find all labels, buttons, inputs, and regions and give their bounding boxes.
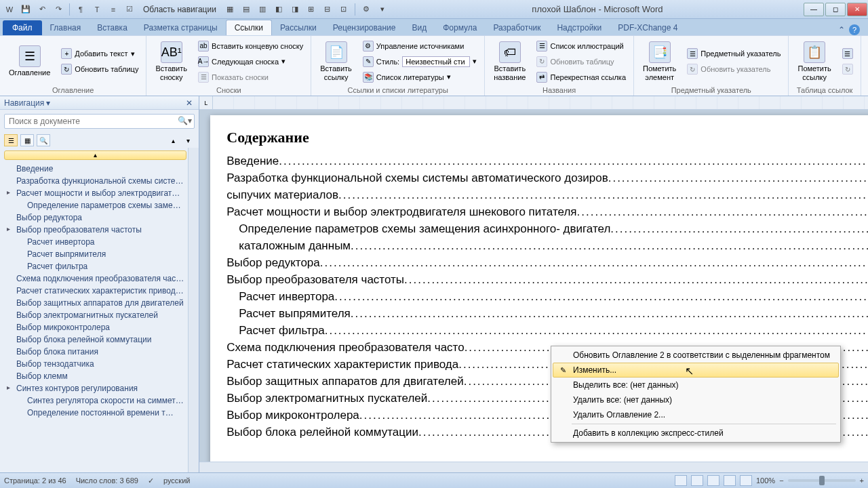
tree-item[interactable]: Выбор защитных аппаратов для двигателей [4, 297, 186, 309]
citation-style-dropdown[interactable]: ✎Стиль: Неизвестный сти ▾ [359, 54, 480, 69]
nav-view-pages[interactable]: ▦ [20, 134, 34, 146]
tab-Вставка[interactable]: Вставка [89, 20, 136, 35]
tree-item[interactable]: ▸Выбор преобразователя частоты [4, 224, 186, 236]
ctx-delete-all[interactable]: Удалить все: (нет данных) [553, 392, 839, 407]
file-tab[interactable]: Файл [3, 20, 42, 35]
tab-PDF-XChange 4[interactable]: PDF-XChange 4 [610, 20, 686, 35]
add-text-button[interactable]: +Добавить текст ▾ [58, 46, 142, 61]
redo-icon[interactable]: ↷ [52, 3, 65, 16]
qat-btn[interactable]: T [90, 3, 104, 16]
ctx-delete-style[interactable]: Удалить Оглавление 2... [553, 407, 839, 422]
nav-tree[interactable]: ▴ ВведениеРазработка функциональной схем… [0, 148, 188, 472]
insert-footnote-button[interactable]: AB¹ Вставить сноску [151, 39, 192, 83]
toa-btn[interactable]: ☰ [839, 46, 856, 61]
nav-scrollbar[interactable] [188, 148, 199, 472]
status-language[interactable]: русский [163, 476, 190, 485]
word-icon[interactable]: W [3, 3, 16, 16]
insert-caption-button[interactable]: 🏷 Вставить название [489, 39, 530, 83]
tree-item[interactable]: Выбор электромагнитных пускателей [4, 309, 186, 321]
toc-button[interactable]: ☰ Оглавление [4, 43, 55, 79]
tab-Главная[interactable]: Главная [42, 20, 90, 35]
qat-btn[interactable]: ▥ [256, 3, 269, 16]
tree-item[interactable]: Расчет статических характеристик привод… [4, 285, 186, 297]
tree-item[interactable]: Определение постоянной времени т… [4, 407, 186, 419]
figures-list-button[interactable]: ☰Список иллюстраций [533, 39, 629, 54]
help-icon[interactable]: ? [849, 24, 860, 35]
tree-item[interactable]: ▸Синтез контуров регулирования [4, 382, 186, 394]
horizontal-scrollbar[interactable] [199, 462, 868, 472]
qat-btn[interactable]: ¶ [74, 3, 87, 16]
view-outline[interactable] [724, 475, 736, 486]
zoom-in-icon[interactable]: + [860, 476, 864, 485]
insert-citation-button[interactable]: 📄 Вставить ссылку [315, 39, 357, 83]
tree-item[interactable]: Выбор клемм [4, 370, 186, 382]
ctx-modify-style[interactable]: ✎Изменить... [553, 363, 839, 378]
nav-pane-dropdown-icon[interactable]: ▾ [44, 98, 52, 108]
tree-item[interactable]: Выбор микроконтролера [4, 321, 186, 333]
qat-btn[interactable]: ⊡ [337, 3, 351, 16]
toa-update-btn[interactable]: ↻ [839, 62, 856, 77]
tab-Надстройки[interactable]: Надстройки [549, 20, 610, 35]
tree-item[interactable]: Синтез регулятора скорости на симмет… [4, 394, 186, 407]
ruler-corner[interactable]: L [199, 96, 213, 109]
qat-btn[interactable]: ⊟ [321, 3, 334, 16]
mark-citation-button[interactable]: 📋 Пометить ссылку [793, 39, 835, 83]
tree-item[interactable]: Разработка функциональной схемы систе… [4, 175, 186, 187]
zoom-slider[interactable] [788, 479, 856, 482]
tree-item[interactable]: Определение параметров схемы заме… [4, 199, 186, 211]
view-web[interactable] [707, 475, 719, 486]
mark-entry-button[interactable]: 📑 Пометить элемент [638, 39, 681, 83]
cross-reference-button[interactable]: ⇄Перекрестная ссылка [533, 70, 629, 85]
horizontal-ruler[interactable]: L [199, 96, 868, 110]
tree-item[interactable]: Расчет фильтра [4, 260, 186, 272]
tab-Разработчик[interactable]: Разработчик [485, 20, 549, 35]
tree-item[interactable]: Выбор тензодатчика [4, 358, 186, 370]
ctx-add-to-gallery[interactable]: Добавить в коллекцию экспресс-стилей [553, 426, 839, 441]
tab-Разметка страницы[interactable]: Разметка страницы [136, 20, 226, 35]
search-icon[interactable]: 🔍▾ [178, 116, 192, 125]
qat-checkbox[interactable]: ☑ [123, 3, 136, 16]
tree-item[interactable]: Схема подключения преобразователя час… [4, 272, 186, 285]
zoom-out-icon[interactable]: − [779, 476, 783, 485]
update-toc-button[interactable]: ↻Обновить таблицу [58, 62, 142, 77]
tab-Рецензирование[interactable]: Рецензирование [325, 20, 404, 35]
view-draft[interactable] [740, 475, 752, 486]
tree-item[interactable]: Выбор редуктора [4, 211, 186, 224]
minimize-button[interactable]: — [804, 3, 824, 16]
ctx-update-style[interactable]: Обновить Оглавление 2 в соответствии с в… [553, 348, 839, 363]
show-footnotes-button[interactable]: ☰Показать сноски [195, 70, 307, 85]
tree-item[interactable]: Расчет инвертора [4, 236, 186, 248]
qat-btn[interactable]: ⊞ [304, 3, 318, 16]
qat-dropdown-icon[interactable]: ▾ [376, 3, 389, 16]
status-word-count[interactable]: Число слов: 3 689 [76, 476, 138, 485]
update-index-button[interactable]: ↻Обновить указатель [684, 62, 784, 77]
nav-next-icon[interactable]: ▾ [181, 134, 195, 146]
insert-endnote-button[interactable]: abВставить концевую сноску [195, 39, 307, 54]
qat-btn[interactable]: ⚙ [359, 3, 373, 16]
qat-btn[interactable]: ▦ [223, 3, 237, 16]
nav-tree-collapse[interactable]: ▴ [4, 150, 186, 160]
manage-sources-button[interactable]: ⚙Управление источниками [359, 39, 480, 54]
nav-view-headings[interactable]: ☰ [4, 134, 18, 146]
status-zoom[interactable]: 100% [756, 476, 775, 485]
tree-item[interactable]: Выбор блока питания [4, 346, 186, 358]
tree-item[interactable]: Выбор блока релейной коммутации [4, 333, 186, 346]
close-button[interactable]: ✕ [847, 3, 867, 16]
next-footnote-button[interactable]: A→Следующая сноска ▾ [195, 54, 307, 69]
qat-btn[interactable]: ▤ [239, 3, 253, 16]
save-icon[interactable]: 💾 [19, 3, 33, 16]
maximize-button[interactable]: ◻ [825, 3, 846, 16]
nav-search-input[interactable] [4, 114, 195, 129]
tab-Рассылки[interactable]: Рассылки [272, 20, 325, 35]
status-page[interactable]: Страница: 2 из 46 [4, 476, 66, 485]
bibliography-button[interactable]: 📚Список литературы ▾ [359, 70, 480, 85]
view-full-screen[interactable] [691, 475, 703, 486]
nav-pane-close-icon[interactable]: ✕ [184, 98, 195, 108]
tab-Ссылки[interactable]: Ссылки [226, 20, 272, 35]
tree-item[interactable]: Расчет выпрямителя [4, 248, 186, 260]
nav-view-results[interactable]: 🔍 [37, 134, 50, 146]
nav-prev-icon[interactable]: ▴ [166, 134, 180, 146]
ctx-select-all[interactable]: Выделить все: (нет данных) [553, 378, 839, 392]
tree-item[interactable]: Введение [4, 163, 186, 175]
insert-index-button[interactable]: ☰Предметный указатель [684, 46, 784, 61]
